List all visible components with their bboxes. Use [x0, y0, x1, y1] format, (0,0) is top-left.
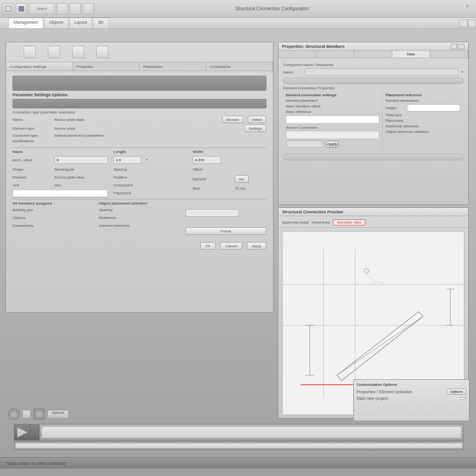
sec2: Element Connection Properties: [283, 86, 463, 90]
nav-button[interactable]: [22, 410, 31, 418]
properties-panel: Properties: Structural Members Data Comp…: [278, 42, 469, 205]
ribbon-minimize-button[interactable]: [459, 20, 468, 27]
ptab-2[interactable]: [317, 51, 355, 58]
ptab-1[interactable]: [278, 51, 317, 58]
dialog-footer: OK Cancel Apply: [6, 239, 273, 252]
b3-label: Rotation: [113, 175, 151, 179]
frame-button[interactable]: Frame: [185, 227, 266, 235]
quick-save-button[interactable]: [16, 3, 27, 14]
a1-input[interactable]: [54, 156, 108, 164]
c1-input[interactable]: [193, 156, 221, 164]
float-row2: Start new project: [357, 396, 388, 401]
iso-view-button[interactable]: Isometric View: [333, 219, 365, 225]
bottom-icons: Options: [8, 408, 83, 420]
float-start-button[interactable]: [460, 397, 466, 399]
dialog-tab-props[interactable]: Properties: [73, 62, 140, 71]
close-icon[interactable]: ✕: [466, 4, 472, 10]
top-toolbar: Search Structural Connection Configurati…: [0, 0, 476, 18]
quick-grid-button[interactable]: [83, 3, 94, 14]
dialog-tab-params[interactable]: Parameters: [139, 62, 206, 71]
grid-icon[interactable]: [96, 46, 108, 58]
select-button[interactable]: Select: [248, 116, 266, 123]
ribbon-tab-management[interactable]: Management: [8, 18, 43, 28]
a4-label: Unit: [13, 183, 50, 187]
opts-button[interactable]: Options: [47, 410, 69, 418]
height-input[interactable]: [407, 104, 461, 112]
compass-icon[interactable]: [33, 409, 45, 420]
a3-value: Anchor plate base: [54, 175, 85, 179]
left-hdr: Element connection settings: [286, 93, 379, 97]
quick-undo-button[interactable]: [57, 3, 68, 14]
ribbon-help-button[interactable]: [468, 20, 476, 27]
quick-redo-button[interactable]: [70, 3, 81, 14]
a5-white[interactable]: [13, 190, 108, 197]
track-2[interactable]: [15, 443, 463, 449]
dialog-tab-conn[interactable]: Connections: [206, 62, 273, 71]
graysub1: [283, 78, 463, 84]
a4-value: mm: [54, 183, 60, 187]
props-icon[interactable]: [72, 46, 84, 58]
ptab-5[interactable]: [430, 51, 468, 58]
b1-input[interactable]: [113, 156, 141, 164]
c3-button[interactable]: Set: [235, 175, 249, 183]
base-ref-input[interactable]: [286, 115, 379, 124]
ptab-3[interactable]: [354, 51, 392, 58]
ribbon-tabs: Management Objects Layout 3D: [0, 18, 476, 29]
panel-close-icon[interactable]: [458, 44, 464, 49]
globe-icon[interactable]: [8, 409, 20, 420]
float-options-button[interactable]: Options: [447, 389, 466, 395]
anchor-field[interactable]: [286, 131, 379, 139]
cancel-button[interactable]: Cancel: [220, 242, 242, 250]
svg-rect-0: [6, 6, 11, 12]
browse-button[interactable]: Browse: [222, 116, 243, 123]
ok-button[interactable]: OK: [200, 242, 216, 250]
track-1[interactable]: [41, 426, 462, 438]
options-float: Customization Options Properties / Eleme…: [353, 379, 469, 421]
new-icon[interactable]: [24, 46, 36, 58]
slider[interactable]: [283, 154, 463, 160]
timeline-marker[interactable]: [30, 424, 40, 440]
element-type-value: Anchor plate: [54, 126, 75, 131]
dark-banner-2: [13, 99, 266, 108]
section-1: Parameter Settings Options Connection ty…: [6, 71, 273, 147]
constraint-label: Constraint type:: [13, 133, 50, 138]
dialog-tab-config[interactable]: Configuration Settings: [6, 62, 73, 71]
float-title: Customization Options: [357, 383, 466, 387]
chevron-down-icon[interactable]: ▾: [462, 70, 463, 74]
apply-prop-button[interactable]: Apply: [326, 141, 338, 147]
name-label: Name:: [13, 118, 50, 122]
element-type-label: Element type:: [13, 126, 50, 131]
dialog-tabs: Configuration Settings Properties Parame…: [6, 62, 273, 71]
preview-header: Structural Connection Preview: [278, 208, 468, 216]
e2-label: Reference: [99, 216, 136, 220]
name-field[interactable]: [304, 68, 459, 76]
settings-button[interactable]: Settings: [245, 125, 266, 132]
svg-rect-1: [19, 7, 24, 11]
status-bar: Select object or enter command: [0, 457, 476, 469]
timeline-icon[interactable]: [14, 424, 30, 440]
quick-search-button[interactable]: Search: [29, 3, 55, 14]
pt2: Detail Area: [311, 220, 330, 225]
app-menu-button[interactable]: [3, 3, 14, 14]
small-field[interactable]: [286, 140, 323, 148]
b1-icon: ▾: [146, 158, 148, 162]
ribbon-tab-layout[interactable]: Layout: [69, 18, 92, 28]
sec1: Component Name / Reference: [283, 63, 463, 67]
r2: Height: [385, 106, 404, 110]
c2-label: Offset: [193, 167, 230, 172]
float-row1: Properties / Element selection: [357, 390, 412, 394]
c4-label: Size: [193, 186, 230, 191]
a2-label: Shape: [13, 167, 50, 172]
apply-button[interactable]: Apply: [247, 242, 266, 250]
timeline-strip-2: [14, 442, 464, 450]
ribbon-tab-3d[interactable]: 3D: [93, 18, 109, 28]
open-icon[interactable]: [48, 46, 60, 58]
panel-pin-icon[interactable]: [450, 44, 457, 49]
sec3: Anchor Connection: [286, 126, 379, 130]
e4-input[interactable]: [185, 209, 239, 217]
config-dialog: Configuration Settings Properties Parame…: [6, 42, 273, 312]
ribbon-tab-objects[interactable]: Objects: [44, 18, 69, 28]
ptab-data[interactable]: Data: [392, 51, 430, 58]
r3: Plate size: [385, 113, 427, 117]
param-grid: Name Anch. offset ShapeRectangular Eleme…: [13, 147, 266, 199]
